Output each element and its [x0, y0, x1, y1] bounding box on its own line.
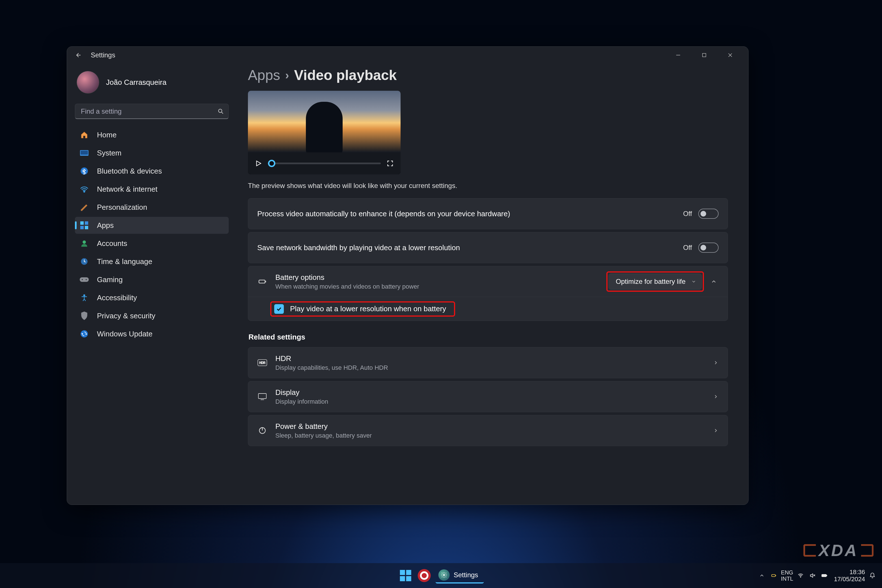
sidebar-item-label: Personalization	[97, 203, 147, 212]
back-button[interactable]	[74, 51, 83, 59]
hdr-icon: HDR	[257, 359, 267, 366]
taskbar: Settings ENGINTL 18:3617/05/2024	[0, 563, 882, 588]
privacy-icon	[80, 311, 89, 321]
minimize-button[interactable]	[665, 48, 691, 62]
svg-rect-31	[771, 574, 775, 576]
sidebar-item-label: Bluetooth & devices	[97, 167, 162, 176]
svg-rect-10	[80, 221, 84, 225]
sidebar-item-privacy[interactable]: Privacy & security	[75, 307, 229, 324]
svg-point-19	[84, 295, 85, 296]
sidebar-item-gaming[interactable]: Gaming	[75, 271, 229, 288]
setting-process-video: Process video automatically to enhance i…	[248, 198, 728, 229]
preview-caption: The preview shows what video will look l…	[248, 182, 728, 190]
related-title: HDR	[275, 354, 705, 363]
volume-icon[interactable]	[808, 571, 817, 580]
sidebar-item-label: Privacy & security	[97, 312, 156, 320]
sidebar-item-label: Accessibility	[97, 293, 137, 302]
collapse-button[interactable]	[709, 279, 718, 285]
seek-slider[interactable]	[268, 162, 381, 164]
sidebar-item-accounts[interactable]: Accounts	[75, 235, 229, 252]
search-input[interactable]	[75, 104, 229, 119]
system-icon	[80, 148, 89, 158]
svg-point-8	[81, 167, 88, 175]
svg-rect-7	[81, 151, 88, 154]
battery-dropdown[interactable]: Optimize for battery life	[609, 274, 702, 290]
search	[75, 104, 229, 119]
setting-sub: When watching movies and videos on batte…	[275, 283, 600, 290]
sidebar-item-label: Accounts	[97, 239, 127, 248]
sidebar-item-time[interactable]: Time & language	[75, 253, 229, 270]
vivaldi-app[interactable]	[417, 568, 432, 583]
related-sub: Sleep, battery usage, battery saver	[275, 432, 705, 439]
notifications-icon[interactable]	[868, 571, 877, 580]
battery-tray-icon[interactable]	[820, 571, 829, 580]
sidebar-item-label: Network & internet	[97, 185, 158, 194]
chevron-right-icon	[713, 360, 718, 366]
battery-icon	[257, 277, 267, 286]
personalization-icon	[80, 202, 89, 212]
sidebar-item-system[interactable]: System	[75, 144, 229, 161]
svg-rect-1	[702, 53, 706, 57]
bandwidth-toggle[interactable]	[698, 243, 718, 253]
sidebar-item-update[interactable]: Windows Update	[75, 326, 229, 342]
tray-power-icon[interactable]	[769, 571, 778, 580]
checkbox-label: Play video at a lower resolution when on…	[290, 304, 446, 313]
window-title: Settings	[91, 51, 116, 59]
sidebar-item-label: Gaming	[97, 275, 123, 284]
breadcrumb-current: Video playback	[294, 67, 397, 83]
sidebar-item-bluetooth[interactable]: Bluetooth & devices	[75, 162, 229, 180]
settings-app-taskbar[interactable]: Settings	[436, 568, 484, 584]
time-icon	[80, 256, 89, 266]
play-button[interactable]	[255, 160, 262, 167]
content: Apps › Video playback The preview shows …	[237, 64, 748, 505]
related-hdr[interactable]: HDRHDRDisplay capabilities, use HDR, Aut…	[248, 347, 728, 378]
maximize-button[interactable]	[691, 48, 717, 62]
start-button[interactable]	[398, 568, 413, 583]
wifi-icon[interactable]	[796, 571, 805, 580]
sidebar-item-network[interactable]: Network & internet	[75, 181, 229, 198]
profile[interactable]: João Carrasqueira	[75, 69, 229, 99]
svg-marker-21	[256, 161, 261, 166]
svg-point-4	[219, 109, 222, 112]
related-sub: Display information	[275, 398, 705, 405]
system-tray: ENGINTL 18:3617/05/2024	[758, 568, 877, 583]
gaming-icon	[80, 275, 89, 284]
language-indicator[interactable]: ENGINTL	[781, 569, 793, 582]
settings-window: Settings João Carrasqueira HomeSystemBlu…	[67, 46, 748, 505]
toggle-state: Off	[683, 244, 692, 252]
sidebar-item-label: Time & language	[97, 257, 152, 266]
related-display[interactable]: DisplayDisplay information	[248, 381, 728, 412]
related-heading: Related settings	[249, 333, 728, 342]
svg-point-14	[82, 241, 86, 244]
video-preview	[248, 91, 400, 174]
titlebar: Settings	[67, 46, 748, 64]
lower-resolution-checkbox[interactable]	[274, 304, 284, 314]
apps-icon	[80, 220, 89, 230]
related-title: Display	[275, 388, 705, 397]
clock[interactable]: 18:3617/05/2024	[834, 568, 865, 583]
process-video-toggle[interactable]	[698, 208, 718, 219]
close-button[interactable]	[717, 48, 743, 62]
sidebar-item-apps[interactable]: Apps	[75, 217, 229, 234]
svg-point-30	[443, 574, 445, 576]
related-title: Power & battery	[275, 422, 705, 431]
tray-chevron-icon[interactable]	[758, 571, 766, 580]
chevron-right-icon	[713, 394, 718, 399]
sidebar-item-home[interactable]: Home	[75, 126, 229, 143]
svg-rect-16	[80, 278, 89, 282]
sidebar-item-personalization[interactable]: Personalization	[75, 199, 229, 216]
search-icon[interactable]	[218, 108, 224, 115]
svg-marker-34	[810, 574, 813, 578]
sidebar-item-accessibility[interactable]: Accessibility	[75, 289, 229, 306]
setting-title: Battery options	[275, 273, 600, 282]
related-power[interactable]: Power & batterySleep, battery usage, bat…	[248, 415, 728, 446]
setting-bandwidth: Save network bandwidth by playing video …	[248, 232, 728, 263]
sidebar-item-label: Apps	[97, 221, 114, 230]
svg-rect-38	[822, 575, 826, 576]
display-icon	[257, 393, 267, 400]
svg-rect-22	[259, 280, 265, 283]
svg-rect-11	[85, 221, 88, 225]
breadcrumb-parent[interactable]: Apps	[248, 67, 280, 83]
fullscreen-button[interactable]	[387, 160, 394, 167]
username: João Carrasqueira	[106, 78, 166, 87]
